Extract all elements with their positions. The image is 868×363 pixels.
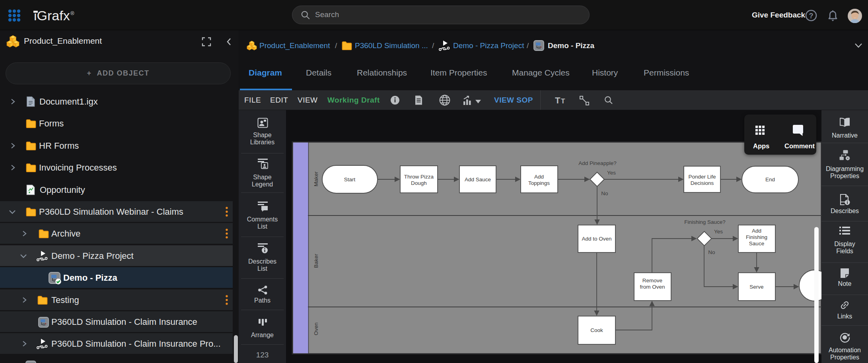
svg-text:Add to Oven: Add to Oven bbox=[582, 236, 611, 242]
svg-text:?: ? bbox=[809, 12, 814, 20]
svg-text:Oven: Oven bbox=[313, 322, 319, 335]
svg-text:Remove: Remove bbox=[642, 278, 662, 283]
svg-text:Start: Start bbox=[344, 177, 356, 182]
svg-text:No: No bbox=[708, 249, 715, 255]
svg-text:Add Sauce: Add Sauce bbox=[465, 177, 491, 182]
svg-text:End: End bbox=[765, 177, 775, 182]
svg-text:T: T bbox=[561, 97, 565, 105]
svg-text:Yes: Yes bbox=[607, 170, 616, 176]
svg-text:Add: Add bbox=[752, 228, 761, 234]
svg-text:Finishing Sauce?: Finishing Sauce? bbox=[684, 219, 726, 225]
svg-text:from Oven: from Oven bbox=[640, 284, 665, 290]
svg-text:No: No bbox=[601, 190, 608, 196]
svg-text:Cook: Cook bbox=[590, 327, 603, 333]
svg-text:Add: Add bbox=[534, 174, 544, 180]
svg-text:Add Pineapple?: Add Pineapple? bbox=[578, 160, 616, 166]
svg-text:Sauce: Sauce bbox=[749, 241, 764, 247]
svg-text:Baker: Baker bbox=[313, 254, 319, 268]
svg-text:Ponder Life: Ponder Life bbox=[688, 174, 716, 180]
svg-text:Finishing: Finishing bbox=[746, 234, 767, 240]
svg-text:Throw Pizza: Throw Pizza bbox=[404, 174, 434, 180]
svg-text:Yes: Yes bbox=[714, 229, 723, 235]
svg-text:T: T bbox=[555, 96, 561, 105]
svg-text:Toppings: Toppings bbox=[528, 180, 550, 186]
svg-text:Maker: Maker bbox=[313, 171, 319, 186]
svg-text:Decisions: Decisions bbox=[691, 180, 714, 186]
svg-text:Dough: Dough bbox=[411, 180, 427, 186]
svg-text:Serve: Serve bbox=[749, 284, 763, 290]
